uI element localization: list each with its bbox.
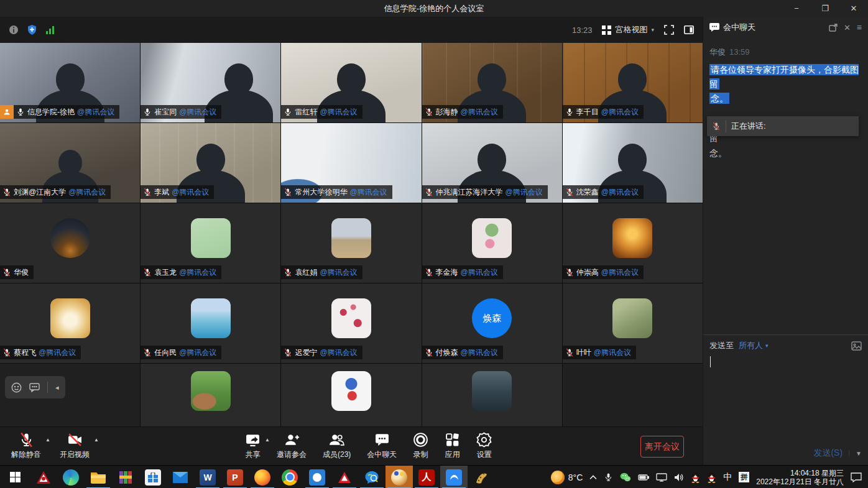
mic-muted-icon [565,268,574,277]
message-input[interactable] [709,355,862,448]
participant-tile[interactable]: 李金海@腾讯会议 [422,203,562,283]
edge-browser[interactable] [57,466,85,488]
start-button[interactable] [0,466,30,488]
toolbar-会中聊天[interactable]: 会中聊天 [366,430,398,463]
chevron-up-icon[interactable] [589,475,597,480]
participant-tile[interactable]: 崔宝同@腾讯会议 [141,43,280,122]
close-button[interactable]: ✕ [839,0,868,17]
cad-app[interactable] [331,466,358,488]
acrobat-app[interactable]: 人 [413,466,440,488]
toolbar-应用[interactable]: 应用 [443,430,461,463]
temperature: 8°C [568,472,583,482]
participant-tile[interactable]: 叶叶@腾讯会议 [563,283,703,363]
netdisk-app[interactable] [303,466,331,488]
wechat-icon[interactable] [620,472,631,482]
toolbar-开启视频[interactable]: ▲开启视频 [58,430,91,463]
mic-muted-icon [2,188,11,196]
close-chat-icon[interactable]: ✕ [844,24,851,32]
chrome-browser[interactable] [276,466,303,488]
taskbar-clock[interactable]: 14:04:18 星期三2022年12月21日 冬月廿八 [756,469,844,486]
tray-mic-icon[interactable] [604,472,613,482]
toolbar-解除静音[interactable]: ▲解除静音 [10,430,42,463]
image-icon[interactable] [851,341,862,351]
avatar: 焕森 [472,298,512,338]
weather-widget[interactable]: 8°C [551,471,583,484]
winrar-app[interactable] [112,466,139,488]
chevron-up-icon[interactable]: ▲ [45,437,50,443]
store-app[interactable] [139,466,167,488]
bubble-icon[interactable] [29,383,40,392]
speaker-icon[interactable] [674,473,684,482]
qq-penguin-icon[interactable] [691,472,700,483]
participant-tile[interactable]: 刘渊@江南大学@腾讯会议 [0,123,140,203]
participant-tile[interactable]: 迟爱宁@腾讯会议 [281,283,421,363]
collapse-left-icon[interactable]: ◂ [55,384,59,391]
signal-icon[interactable] [45,25,55,34]
fullscreen-icon[interactable] [664,25,674,35]
view-mode-button[interactable]: 宫格视图 ▾ [602,24,654,35]
send-to-selector[interactable]: 所有人 ▾ [739,340,769,351]
participant-tile[interactable]: 华俊 [0,203,140,283]
battery-icon[interactable] [638,474,649,481]
toolbar-设置[interactable]: 设置 [475,430,493,463]
toolbar-label: 设置 [477,449,492,460]
mail-app[interactable] [167,466,194,488]
leave-meeting-button[interactable]: 离开会议 [640,436,684,458]
toolbar-邀请参会[interactable]: 邀请参会 [275,430,308,463]
meeting-clock: 13:23 [572,25,593,35]
cheetah-app[interactable] [468,466,495,488]
participant-tile[interactable]: 李斌@腾讯会议 [141,123,280,203]
participant-tile[interactable]: 雷红轩@腾讯会议 [281,43,421,122]
avatar [612,218,652,258]
toolbar-录制[interactable]: 录制 [412,430,430,463]
firefox-browser[interactable] [249,466,276,488]
qq-penguin-icon[interactable] [707,472,716,483]
participant-tile[interactable]: 信息学院-徐艳@腾讯会议 [0,43,140,122]
popout-icon[interactable] [829,24,838,32]
mic-muted-icon [425,108,433,116]
participant-tile[interactable]: 仲崇高@腾讯会议 [563,203,703,283]
chevron-up-icon[interactable]: ▲ [265,437,270,443]
participant-tile[interactable]: 李千目@腾讯会议 [563,43,703,122]
ime-indicator[interactable]: 拼 [739,472,749,482]
minimize-button[interactable]: − [782,0,811,17]
participant-tile[interactable]: 蔡程飞@腾讯会议 [0,283,140,363]
smiley-icon[interactable] [11,382,22,393]
maximize-button[interactable]: ❐ [811,0,839,17]
participant-tile[interactable]: 袁玉龙@腾讯会议 [141,203,280,283]
send-button[interactable]: 发送(S) [813,448,843,459]
chevron-up-icon[interactable]: ▲ [94,437,99,443]
action-center-icon[interactable] [851,472,862,482]
display-icon[interactable] [656,473,667,482]
system-tray: 8°C中拼14:04:18 星期三2022年12月21日 冬月廿八 [545,466,868,488]
participant-tile[interactable]: 袁红娟@腾讯会议 [281,203,421,283]
send-options-button[interactable]: ▼ [849,450,862,457]
participant-tile[interactable]: 彭海静@腾讯会议 [422,43,562,122]
toolbar-成员(23)[interactable]: 成员(23) [321,430,352,463]
menu-icon[interactable]: ≡ [857,23,862,32]
security-app[interactable] [30,466,57,488]
participant-name-label: 常州大学徐明华@腾讯会议 [281,185,392,199]
participant-tile[interactable]: 仲兆满江苏海洋大学@腾讯会议 [422,123,562,203]
toolbar-共享[interactable]: ▲共享 [244,430,262,463]
participant-tile[interactable] [422,364,562,426]
qq-browser-app[interactable] [358,466,386,488]
mic-muted-icon [425,188,433,196]
input-language-indicator[interactable]: 中 [723,472,732,483]
powerpoint-app[interactable]: P [221,466,249,488]
info-icon[interactable] [9,25,19,35]
participant-tile[interactable]: 常州大学徐明华@腾讯会议 [281,123,421,203]
file-explorer[interactable] [85,466,112,488]
shield-icon[interactable] [27,25,37,35]
layout-icon[interactable] [684,25,694,34]
host-icon [0,105,14,119]
participant-tile[interactable]: 沈荣鑫@腾讯会议 [563,123,703,203]
participant-tile[interactable]: 任向民@腾讯会议 [141,283,280,363]
participant-tile[interactable] [281,364,421,426]
participant-name-label: 迟爱宁@腾讯会议 [281,346,362,359]
game-app[interactable] [386,466,413,488]
participant-tile[interactable]: 焕森付焕森@腾讯会议 [422,283,562,363]
tencent-meeting-app[interactable] [440,466,468,488]
participant-tile[interactable] [141,364,280,426]
word-app[interactable]: W [194,466,221,488]
